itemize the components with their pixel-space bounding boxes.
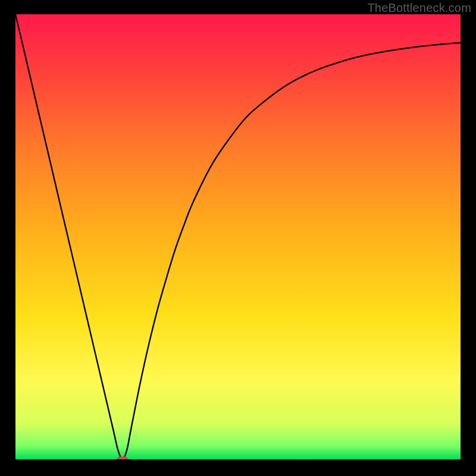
chart-frame: TheBottleneck.com: [0, 0, 476, 476]
watermark-text: TheBottleneck.com: [367, 1, 471, 15]
chart-plot: [15, 14, 461, 459]
chart-background: [15, 14, 461, 459]
